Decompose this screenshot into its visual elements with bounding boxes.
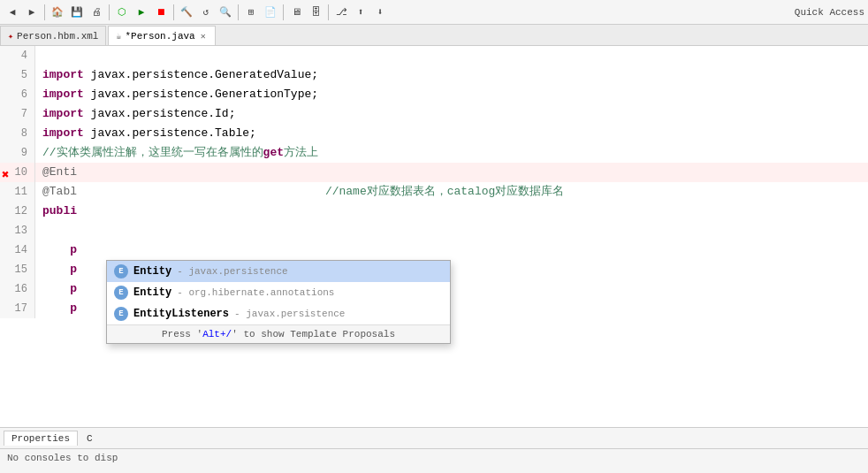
- line-num-6: 6: [0, 85, 35, 104]
- line-content-11: @Tabl //name对应数据表名，catalog对应数据库名: [35, 182, 564, 202]
- separator-6: [328, 4, 329, 20]
- autocomplete-shortcut: Alt+/: [202, 329, 232, 339]
- server-icon[interactable]: 🖥: [287, 4, 305, 21]
- line-num-15: 15: [0, 260, 35, 279]
- git-push-icon[interactable]: ⬆: [352, 4, 369, 21]
- toolbar: ◀ ▶ 🏠 💾 🖨 ⬡ ▶ ⏹ 🔨 ↺ 🔍 ⊞ 📄 🖥 🗄 ⎇ ⬆ ⬇ Quic…: [0, 0, 868, 25]
- line-num-9: 9: [0, 143, 35, 163]
- run-icon[interactable]: ▶: [133, 4, 150, 21]
- back-icon[interactable]: ◀: [4, 4, 21, 21]
- autocomplete-item-entity-javax[interactable]: E Entity - javax.persistence: [107, 261, 450, 282]
- ac-entity-hibernate-name: Entity: [133, 286, 171, 299]
- line-content-8: import javax.persistence.Table;: [35, 124, 256, 143]
- line-num-17: 17: [0, 299, 35, 318]
- ac-entitylisteners-name: EntityListeners: [133, 308, 229, 320]
- ac-entitylisteners-icon: E: [114, 307, 128, 321]
- bottom-tabs: Properties C: [0, 428, 868, 449]
- print-icon[interactable]: 🖨: [88, 4, 105, 21]
- quick-access-label[interactable]: Quick Access: [795, 7, 864, 18]
- autocomplete-item-entity-hibernate[interactable]: E Entity - org.hibernate.annotations: [107, 282, 450, 303]
- separator-2: [109, 4, 110, 20]
- git-pull-icon[interactable]: ⬇: [371, 4, 389, 21]
- tab-bar: ✦ Person.hbm.xml ☕ *Person.java ✕: [0, 25, 868, 46]
- git-icon[interactable]: ⎇: [332, 4, 350, 21]
- line-content-6: import javax.persistence.GenerationType;: [35, 85, 318, 104]
- line-10: ✖ 10 @Enti: [0, 163, 868, 182]
- new-icon[interactable]: 📄: [262, 4, 279, 21]
- line-num-8: 8: [0, 124, 35, 143]
- separator-5: [283, 4, 284, 20]
- tab-console[interactable]: C: [80, 431, 100, 446]
- line-13: 13: [0, 221, 868, 240]
- line-num-14: 14: [0, 240, 35, 260]
- line-content-12: publi: [35, 202, 77, 221]
- line-12: 12 publi: [0, 202, 868, 221]
- line-8: 8 import javax.persistence.Table;: [0, 124, 868, 143]
- editor-area[interactable]: 4 5 import javax.persistence.GeneratedVa…: [0, 46, 868, 395]
- line-num-5: 5: [0, 65, 35, 85]
- tab-person-java-label: *Person.java: [125, 31, 194, 42]
- line-content-5: import javax.persistence.GeneratedValue;: [35, 65, 318, 85]
- line-content-15: p: [35, 260, 77, 279]
- ac-entity-hibernate-package: - org.hibernate.annotations: [177, 287, 334, 298]
- tab-person-hbm[interactable]: ✦ Person.hbm.xml: [0, 26, 106, 45]
- autocomplete-footer: Press 'Alt+/' to show Template Proposals: [107, 324, 450, 343]
- autocomplete-item-entitylisteners[interactable]: E EntityListeners - javax.persistence: [107, 303, 450, 324]
- line-7: 7 import javax.persistence.Id;: [0, 104, 868, 124]
- line-14: 14 p: [0, 240, 868, 260]
- db-icon[interactable]: 🗄: [307, 4, 324, 21]
- line-9: 9 //实体类属性注解，这里统一写在各属性的get方法上: [0, 143, 868, 163]
- ac-entity-javax-icon: E: [114, 264, 128, 278]
- separator-3: [173, 4, 174, 20]
- build-icon[interactable]: 🔨: [178, 4, 195, 21]
- bottom-content: No consoles to disp: [0, 449, 868, 467]
- bottom-panel: Properties C No consoles to disp: [0, 427, 868, 473]
- save-icon[interactable]: 💾: [68, 4, 86, 21]
- tab-person-hbm-label: Person.hbm.xml: [17, 31, 98, 42]
- ac-entity-javax-package: - javax.persistence: [177, 266, 287, 277]
- separator-4: [238, 4, 239, 20]
- tab-person-java[interactable]: ☕ *Person.java ✕: [108, 26, 215, 45]
- line-num-12: 12: [0, 202, 35, 221]
- autocomplete-dropdown[interactable]: E Entity - javax.persistence E Entity - …: [106, 260, 451, 344]
- line-4: 4: [0, 46, 868, 65]
- ac-entity-javax-name: Entity: [133, 265, 171, 278]
- stop-icon[interactable]: ⏹: [152, 4, 170, 21]
- xml-file-icon: ✦: [8, 31, 13, 42]
- line-content-14: p: [35, 240, 77, 260]
- forward-icon[interactable]: ▶: [23, 4, 41, 21]
- line-num-16: 16: [0, 279, 35, 299]
- line-num-13: 13: [0, 221, 35, 240]
- tab-close-icon[interactable]: ✕: [199, 31, 208, 42]
- line-content-16: p: [35, 279, 77, 299]
- debug-icon[interactable]: ⬡: [113, 4, 131, 21]
- refresh-icon[interactable]: ↺: [197, 4, 215, 21]
- line-content-9: //实体类属性注解，这里统一写在各属性的get方法上: [35, 143, 318, 163]
- line-6: 6 import javax.persistence.GenerationTyp…: [0, 85, 868, 104]
- line-num-7: 7: [0, 104, 35, 124]
- line-11: 11 @Tabl //name对应数据表名，catalog对应数据库名: [0, 182, 868, 202]
- tab-properties[interactable]: Properties: [4, 431, 78, 446]
- autocomplete-list: E Entity - javax.persistence E Entity - …: [107, 261, 450, 324]
- home-icon[interactable]: 🏠: [49, 4, 66, 21]
- line-content-7: import javax.persistence.Id;: [35, 104, 235, 124]
- line-content-10: @Enti: [35, 163, 77, 182]
- perspective-icon[interactable]: ⊞: [242, 4, 260, 21]
- ac-entity-hibernate-icon: E: [114, 286, 128, 300]
- console-message: No consoles to disp: [7, 453, 118, 463]
- line-5: 5 import javax.persistence.GeneratedValu…: [0, 65, 868, 85]
- line-num-11: 11: [0, 182, 35, 202]
- line-content-17: p: [35, 299, 77, 318]
- ac-entitylisteners-package: - javax.persistence: [234, 309, 345, 319]
- editor[interactable]: 4 5 import javax.persistence.GeneratedVa…: [0, 46, 868, 395]
- line-num-4: 4: [0, 46, 35, 65]
- java-file-icon: ☕: [116, 31, 121, 42]
- search-icon[interactable]: 🔍: [217, 4, 234, 21]
- separator-1: [44, 4, 45, 20]
